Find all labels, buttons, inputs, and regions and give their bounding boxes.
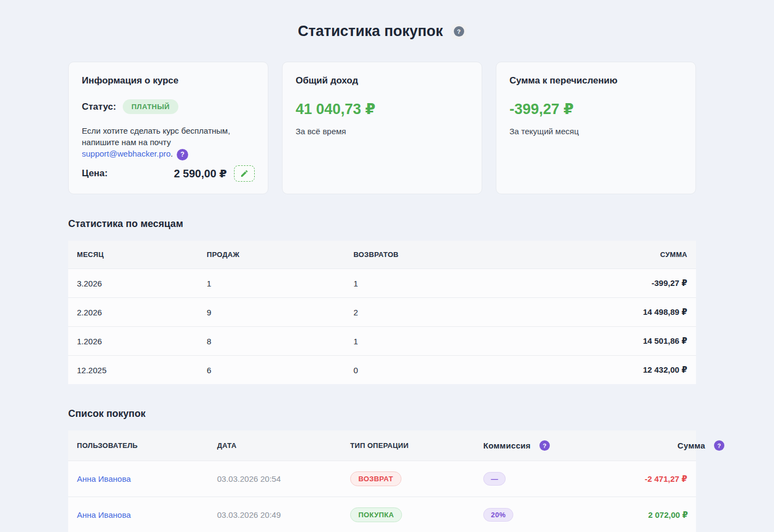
question-icon[interactable]: ? [539, 440, 550, 451]
transfer-sum-period: За текущий месяц [509, 127, 682, 136]
pencil-icon [240, 169, 249, 178]
column-header-sales: ПРОДАЖ [198, 241, 345, 268]
column-header-date: ДАТА [208, 432, 341, 459]
total-income-card: Общий доход 41 040,73 ₽ За всё время [282, 62, 482, 194]
page-help-button[interactable]: ? [451, 24, 466, 39]
commission-badge: 20% [483, 508, 513, 522]
sales-cell: 6 [198, 356, 345, 384]
price-value: 2 590,00 ₽ [174, 167, 227, 180]
summary-cards: Информация о курсе Статус: ПЛАТНЫЙ Если … [68, 62, 696, 194]
sum-cell: 14 501,86 ₽ [511, 327, 696, 355]
month-cell: 12.2025 [68, 356, 198, 384]
table-row: 2.2026 9 2 14 498,89 ₽ [68, 297, 696, 326]
column-header-sum: СУММА [511, 241, 696, 268]
date-cell: 03.03.2026 20:54 [208, 464, 341, 494]
month-cell: 1.2026 [68, 327, 198, 355]
refunds-cell: 2 [345, 298, 511, 326]
price-row: Цена: 2 590,00 ₽ [82, 165, 255, 182]
sales-cell: 9 [198, 298, 345, 326]
status-badge: ПЛАТНЫЙ [123, 99, 178, 114]
table-row: 1.2026 8 1 14 501,86 ₽ [68, 326, 696, 355]
sales-cell: 8 [198, 327, 345, 355]
total-income-amount: 41 040,73 ₽ [296, 100, 469, 118]
transfer-sum-amount: -399,27 ₽ [509, 100, 682, 118]
page-title: Статистика покупок [298, 23, 443, 40]
card-title: Общий доход [296, 75, 469, 86]
sum-cell: 14 498,89 ₽ [511, 298, 696, 326]
monthly-stats-heading: Статистика по месяцам [68, 218, 696, 230]
price-label: Цена: [82, 168, 107, 179]
user-link[interactable]: Анна Иванова [77, 474, 131, 483]
purchases-heading: Список покупок [68, 408, 696, 420]
table-row: Анна Иванова 03.03.2026 20:49 ПОКУПКА 20… [68, 497, 696, 532]
month-cell: 2.2026 [68, 298, 198, 326]
user-link[interactable]: Анна Иванова [77, 510, 131, 519]
monthly-stats-table: МЕСЯЦ ПРОДАЖ ВОЗВРАТОВ СУММА 3.2026 1 1 … [68, 241, 696, 384]
status-row: Статус: ПЛАТНЫЙ [82, 99, 255, 114]
column-header-refunds: ВОЗВРАТОВ [345, 241, 511, 268]
question-icon: ? [454, 26, 464, 37]
page-header: Статистика покупок ? [68, 0, 696, 40]
refunds-cell: 1 [345, 270, 511, 297]
card-title: Информация о курсе [82, 75, 255, 86]
sum-cell: -399,27 ₽ [511, 269, 696, 297]
operation-badge-refund: ВОЗВРАТ [350, 471, 401, 486]
total-income-period: За всё время [296, 127, 469, 136]
sum-cell: 12 432,00 ₽ [511, 356, 696, 384]
description-line: напишите нам на почту [82, 138, 171, 147]
table-row: 3.2026 1 1 -399,27 ₽ [68, 268, 696, 297]
date-cell: 03.03.2026 20:49 [208, 500, 341, 530]
sales-cell: 1 [198, 270, 345, 297]
email-period: . [171, 149, 173, 158]
transfer-sum-card: Сумма к перечислению -399,27 ₽ За текущи… [496, 62, 696, 194]
refunds-cell: 0 [345, 356, 511, 384]
support-email-link[interactable]: support@webhacker.pro [82, 149, 171, 158]
refunds-cell: 1 [345, 327, 511, 355]
question-icon[interactable]: ? [714, 440, 724, 451]
sum-cell: -2 471,27 ₽ [521, 464, 696, 494]
table-row: 12.2025 6 0 12 432,00 ₽ [68, 355, 696, 384]
sum-header-label: Сумма [677, 441, 705, 450]
column-header-commission: Коммиссия ? [475, 431, 559, 461]
column-header-month: МЕСЯЦ [68, 241, 198, 268]
card-title: Сумма к перечислению [509, 75, 682, 86]
description-line: Если хотите сделать курс бесплатным, [82, 126, 230, 135]
operation-badge-purchase: ПОКУПКА [350, 507, 402, 522]
question-icon[interactable]: ? [177, 149, 188, 160]
course-description: Если хотите сделать курс бесплатным, нап… [82, 125, 255, 160]
sum-cell: 2 072,00 ₽ [522, 500, 697, 530]
table-header-row: ПОЛЬЗОВАТЕЛЬ ДАТА ТИП ОПЕРАЦИИ Коммиссия… [68, 431, 696, 461]
commission-badge: — [483, 472, 506, 486]
course-info-card: Информация о курсе Статус: ПЛАТНЫЙ Если … [68, 62, 268, 194]
month-cell: 3.2026 [68, 270, 198, 297]
purchases-table: ПОЛЬЗОВАТЕЛЬ ДАТА ТИП ОПЕРАЦИИ Коммиссия… [68, 431, 696, 532]
column-header-operation: ТИП ОПЕРАЦИИ [341, 432, 475, 459]
status-label: Статус: [82, 101, 116, 112]
edit-price-button[interactable] [234, 165, 255, 182]
column-header-sum: Сумма ? [559, 431, 733, 461]
table-row: Анна Иванова 03.03.2026 20:54 ВОЗВРАТ — … [68, 461, 696, 497]
column-header-user: ПОЛЬЗОВАТЕЛЬ [68, 432, 208, 459]
table-header-row: МЕСЯЦ ПРОДАЖ ВОЗВРАТОВ СУММА [68, 241, 696, 268]
commission-header-label: Коммиссия [483, 441, 531, 450]
